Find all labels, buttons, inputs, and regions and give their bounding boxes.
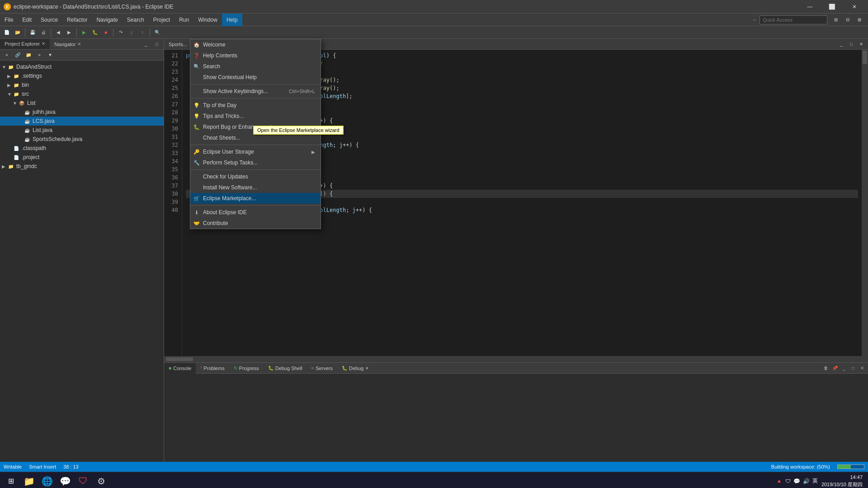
menu-install-new-software[interactable]: Install New Software... xyxy=(190,182,321,193)
tree-item-julhh[interactable]: ▶ ☕ julhh.java xyxy=(0,108,164,117)
menu-check-updates[interactable]: Check for Updates xyxy=(190,171,321,182)
perspective-button[interactable]: ⊞ xyxy=(831,15,841,25)
bottom-tab-servers[interactable]: ≈ Servers xyxy=(307,363,337,374)
marketplace-tooltip: Open the Eclipse Marketplace wizard xyxy=(253,126,344,135)
bottom-tab-progress[interactable]: ↻ Progress xyxy=(229,363,264,374)
menu-search[interactable]: Search xyxy=(123,14,149,26)
collapse-all-button[interactable]: « xyxy=(2,50,12,60)
view-button[interactable]: ⊟ xyxy=(843,15,853,25)
step-over-button[interactable]: ↷ xyxy=(116,28,126,38)
menu-show-active-keybindings[interactable]: Show Active Keybindings... Ctrl+Shift+L xyxy=(190,86,321,97)
menu-contribute[interactable]: 🤝 Contribute xyxy=(190,218,321,229)
new-folder-button[interactable]: 📁 xyxy=(24,50,33,60)
minimize-button[interactable]: — xyxy=(800,0,820,14)
menu-show-contextual-help[interactable]: Show Contextual Help xyxy=(190,72,321,83)
menu-tip-of-day[interactable]: 💡 Tip of the Day xyxy=(190,100,321,111)
menu-welcome[interactable]: 🏠 Welcome xyxy=(190,39,321,50)
bottom-tab-debug[interactable]: 🐛 Debug ✕ xyxy=(337,363,373,374)
bottom-tab-problems[interactable]: ! Problems xyxy=(196,363,229,374)
debug-tab-close[interactable]: ✕ xyxy=(365,366,369,371)
editor-close-button[interactable]: ✕ xyxy=(856,39,866,49)
menu-run[interactable]: Run xyxy=(175,14,193,26)
search-label: Search xyxy=(203,63,220,70)
menu-eclipse-user-storage[interactable]: 🔑 Eclipse User Storage ▶ xyxy=(190,146,321,157)
tree-item-dataandstruct[interactable]: ▼ 📁 DataAndStruct xyxy=(0,62,164,71)
bottom-minimize-button[interactable]: _ xyxy=(840,364,848,372)
horizontal-scrollbar[interactable] xyxy=(164,356,868,362)
step-return-button[interactable]: ↑ xyxy=(137,28,147,38)
tree-item-sports[interactable]: ▶ ☕ SportsSchedule.java xyxy=(0,135,164,144)
welcome-label: Welcome xyxy=(203,42,226,48)
sidebar-menu-button[interactable]: ▼ xyxy=(45,50,55,60)
taskbar-shield[interactable]: 🛡 xyxy=(75,473,91,488)
search-toolbar-button[interactable]: 🔍 xyxy=(152,28,162,38)
editor-maximize-button[interactable]: □ xyxy=(846,39,856,49)
menu-refactor[interactable]: Refactor xyxy=(62,14,92,26)
sidebar-minimize-button[interactable]: _ xyxy=(141,39,151,49)
close-button[interactable]: ✕ xyxy=(844,0,864,14)
vertical-scrollbar[interactable] xyxy=(862,50,868,356)
tray-shield-icon: 🛡 xyxy=(785,478,791,484)
menu-tips-tricks[interactable]: 💡 Tips and Tricks... xyxy=(190,111,321,122)
editor-tab-sports[interactable]: Sports... xyxy=(164,39,192,49)
menu-navigate[interactable]: Navigate xyxy=(92,14,122,26)
tree-item-bin[interactable]: ▶ 📁 bin xyxy=(0,80,164,89)
menu-file[interactable]: File xyxy=(0,14,18,26)
expand-all-button[interactable]: » xyxy=(34,50,44,60)
taskbar-browser[interactable]: 🌐 xyxy=(39,473,55,488)
quick-access-input[interactable] xyxy=(760,15,827,24)
bottom-close-button[interactable]: ✕ xyxy=(858,364,866,372)
toolbar-separator-4 xyxy=(113,28,113,37)
menu-edit[interactable]: Edit xyxy=(18,14,36,26)
tree-item-tb-gmdc[interactable]: ▶ 📁 tb_gmdc xyxy=(0,162,164,171)
tray-chat-icon: 💬 xyxy=(793,478,800,484)
bottom-tab-console[interactable]: ■ Console xyxy=(164,363,196,374)
sidebar-tab-navigator[interactable]: Navigator ✕ xyxy=(50,39,85,49)
navigator-tab-close[interactable]: ✕ xyxy=(77,42,81,47)
tree-item-project[interactable]: ▶ 📄 .project xyxy=(0,153,164,162)
tree-item-settings[interactable]: ▶ 📁 .settings xyxy=(0,71,164,80)
tree-item-src[interactable]: ▼ 📁 src xyxy=(0,89,164,99)
sidebar-maximize-button[interactable]: □ xyxy=(152,39,162,49)
tree-item-listjava[interactable]: ▶ ☕ List.java xyxy=(0,126,164,135)
print-button[interactable]: 🖨 xyxy=(38,28,48,38)
open-button[interactable]: 📂 xyxy=(13,28,23,38)
menu-window[interactable]: Window xyxy=(193,14,222,26)
bottom-clear-button[interactable]: 🗑 xyxy=(822,364,830,372)
new-button[interactable]: 📄 xyxy=(2,28,12,38)
run-button[interactable]: ▶ xyxy=(79,28,89,38)
menu-help[interactable]: Help xyxy=(222,14,242,26)
back-button[interactable]: ◀ xyxy=(53,28,63,38)
tree-item-lcs[interactable]: ▶ ☕ LCS.java xyxy=(0,117,164,126)
stop-button[interactable]: ■ xyxy=(101,28,111,38)
debug-button[interactable]: 🐛 xyxy=(90,28,100,38)
layout-button[interactable]: ⊠ xyxy=(854,15,864,25)
tree-item-list-package[interactable]: ▼ 📦 List xyxy=(0,99,164,108)
taskbar-file-explorer[interactable]: 📁 xyxy=(21,473,37,488)
bottom-pin-button[interactable]: 📌 xyxy=(831,364,839,372)
bottom-tab-debug-shell[interactable]: 🐛 Debug Shell xyxy=(264,363,307,374)
menu-help-contents[interactable]: ❓ Help Contents xyxy=(190,50,321,61)
start-button[interactable]: ⊞ xyxy=(2,472,20,488)
menu-about-eclipse[interactable]: ℹ About Eclipse IDE xyxy=(190,207,321,218)
bottom-maximize-button[interactable]: □ xyxy=(849,364,857,372)
menu-project[interactable]: Project xyxy=(149,14,175,26)
project-explorer-tab-label: Project Explorer xyxy=(5,41,40,47)
editor-minimize-button[interactable]: _ xyxy=(836,39,846,49)
step-into-button[interactable]: ↓ xyxy=(127,28,137,38)
menu-eclipse-marketplace[interactable]: 🛒 Eclipse Marketplace... xyxy=(190,193,321,204)
menu-source[interactable]: Source xyxy=(36,14,62,26)
forward-button[interactable]: ▶ xyxy=(64,28,74,38)
menu-search[interactable]: 🔍 Search xyxy=(190,61,321,72)
taskbar-chat[interactable]: 💬 xyxy=(57,473,73,488)
project-explorer-tab-close[interactable]: ✕ xyxy=(42,41,45,46)
link-editor-button[interactable]: 🔗 xyxy=(13,50,23,60)
tips-icon: 💡 xyxy=(193,113,200,120)
tree-item-classpath[interactable]: ▶ 📄 .classpath xyxy=(0,144,164,153)
taskbar-settings[interactable]: ⚙ xyxy=(93,473,109,488)
sidebar-tab-project-explorer[interactable]: Project Explorer ✕ xyxy=(0,39,50,49)
java-file-icon-list: ☕ xyxy=(24,127,31,134)
menu-perform-setup[interactable]: 🔧 Perform Setup Tasks... xyxy=(190,157,321,168)
maximize-button[interactable]: ⬜ xyxy=(822,0,842,14)
save-button[interactable]: 💾 xyxy=(28,28,38,38)
